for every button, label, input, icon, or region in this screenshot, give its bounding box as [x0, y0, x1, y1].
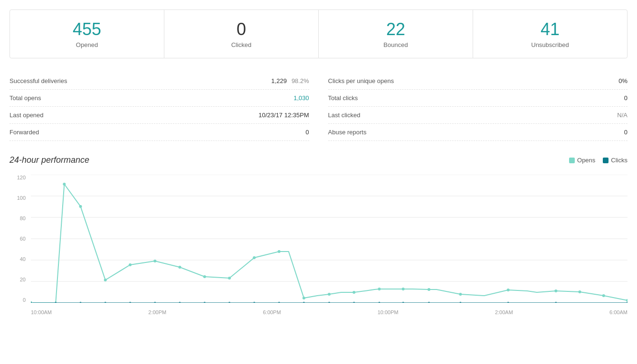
clicks-dot [228, 302, 230, 303]
metric-row-total-clicks: Total clicks 0 [328, 90, 628, 107]
last-clicked-value: N/A [617, 112, 627, 119]
opens-dot [459, 293, 462, 296]
chart-title: 24-hour performance [10, 155, 89, 165]
legend-clicks: Clicks [603, 157, 627, 164]
opens-dot [228, 277, 231, 280]
opens-dot [626, 299, 627, 302]
x-label-10pm: 10:00PM [378, 309, 399, 315]
clicks-per-unique-label: Clicks per unique opens [328, 77, 394, 84]
clicked-number: 0 [174, 19, 309, 39]
last-clicked-label: Last clicked [328, 112, 361, 119]
metrics-right-col: Clicks per unique opens 0% Total clicks … [328, 73, 628, 141]
y-label-80: 80 [10, 215, 29, 221]
clicks-dot [402, 302, 404, 303]
opens-legend-label: Opens [577, 157, 595, 164]
unsubscribed-number: 41 [483, 19, 618, 39]
clicks-legend-dot [603, 158, 608, 163]
chart-legend: Opens Clicks [569, 157, 627, 164]
opens-dot [104, 279, 107, 281]
total-opens-value: 1,030 [294, 94, 309, 102]
opens-dot [602, 294, 605, 297]
deliveries-value: 1,229 [271, 77, 287, 84]
deliveries-label: Successful deliveries [10, 77, 67, 84]
unsubscribed-label: Unsubscribed [483, 41, 618, 48]
metric-row-total-opens: Total opens 1,030 [10, 90, 309, 107]
y-label-120: 120 [10, 175, 29, 180]
clicks-dot [105, 302, 106, 303]
opens-dot [253, 256, 256, 259]
opens-dot [378, 288, 380, 290]
opens-dot [328, 293, 331, 296]
deliveries-percent: 98.2% [292, 77, 309, 84]
x-label-2pm: 2:00PM [148, 309, 166, 315]
y-label-20: 20 [10, 277, 29, 282]
clicks-dot [428, 302, 430, 303]
bounced-label: Bounced [328, 41, 463, 48]
metric-row-forwarded: Forwarded 0 [10, 124, 309, 141]
opened-label: Opened [19, 41, 154, 48]
opens-dot [79, 205, 82, 208]
last-opened-value: 10/23/17 12:35PM [258, 112, 309, 119]
metric-row-abuse-reports: Abuse reports 0 [328, 124, 628, 141]
x-label-2am: 2:00AM [495, 309, 513, 315]
opens-dot [402, 288, 405, 290]
clicks-dot [79, 302, 81, 303]
opens-dot [352, 291, 355, 294]
opens-dot [303, 297, 305, 299]
metric-row-last-opened: Last opened 10/23/17 12:35PM [10, 107, 309, 124]
opens-dot [579, 290, 581, 293]
clicks-dot [278, 302, 280, 303]
stats-cards-container: 455 Opened 0 Clicked 22 Bounced 41 Unsub… [10, 9, 627, 58]
clicks-dot [507, 302, 509, 303]
clicks-dot [328, 302, 330, 303]
total-clicks-label: Total clicks [328, 94, 358, 102]
clicks-dot [253, 302, 255, 303]
x-label-10am: 10:00AM [31, 309, 52, 315]
clicks-dot [353, 302, 355, 303]
clicks-legend-label: Clicks [611, 157, 627, 164]
legend-opens: Opens [569, 157, 595, 164]
clicks-dot [459, 302, 461, 303]
clicks-dot [55, 302, 57, 303]
y-label-100: 100 [10, 195, 29, 201]
opens-dot [507, 289, 510, 291]
chart-svg [31, 175, 627, 303]
y-axis-labels: 0 20 40 60 80 100 120 [10, 175, 29, 303]
clicks-dot [129, 302, 131, 303]
opens-dot [63, 183, 66, 186]
clicks-dot [555, 302, 557, 303]
abuse-reports-label: Abuse reports [328, 129, 367, 136]
stat-bounced: 22 Bounced [319, 10, 473, 58]
clicks-per-unique-value: 0% [618, 77, 627, 84]
metrics-left-col: Successful deliveries 1,229 98.2% Total … [10, 73, 309, 141]
deliveries-value-group: 1,229 98.2% [271, 77, 309, 84]
opens-dot [178, 266, 181, 269]
chart-container: 0 20 40 60 80 100 120 [10, 175, 627, 317]
y-label-40: 40 [10, 256, 29, 262]
opens-line [31, 184, 627, 303]
stat-unsubscribed: 41 Unsubscribed [473, 10, 627, 58]
abuse-reports-value: 0 [624, 129, 627, 136]
total-clicks-value: 0 [624, 94, 627, 102]
clicks-dot [303, 302, 305, 303]
clicks-dot [204, 302, 206, 303]
x-axis-labels: 10:00AM 2:00PM 6:00PM 10:00PM 2:00AM 6:0… [31, 308, 627, 317]
metric-row-deliveries: Successful deliveries 1,229 98.2% [10, 73, 309, 90]
opens-dot [428, 288, 430, 291]
chart-header: 24-hour performance Opens Clicks [10, 155, 627, 165]
metric-row-clicks-per-unique: Clicks per unique opens 0% [328, 73, 628, 90]
forwarded-value: 0 [305, 129, 309, 136]
opens-dot [277, 250, 280, 253]
clicks-dot [179, 302, 181, 303]
bounced-number: 22 [328, 19, 463, 39]
opened-number: 455 [19, 19, 154, 39]
opens-dot [554, 289, 557, 292]
x-label-6am: 6:00AM [609, 309, 627, 315]
x-label-6pm: 6:00PM [263, 309, 281, 315]
clicked-label: Clicked [174, 41, 309, 48]
chart-section: 24-hour performance Opens Clicks 0 20 40… [10, 155, 627, 317]
chart-svg-area [31, 175, 627, 303]
metrics-section: Successful deliveries 1,229 98.2% Total … [10, 73, 627, 141]
opens-legend-dot [569, 158, 575, 163]
opens-dot [203, 275, 206, 278]
